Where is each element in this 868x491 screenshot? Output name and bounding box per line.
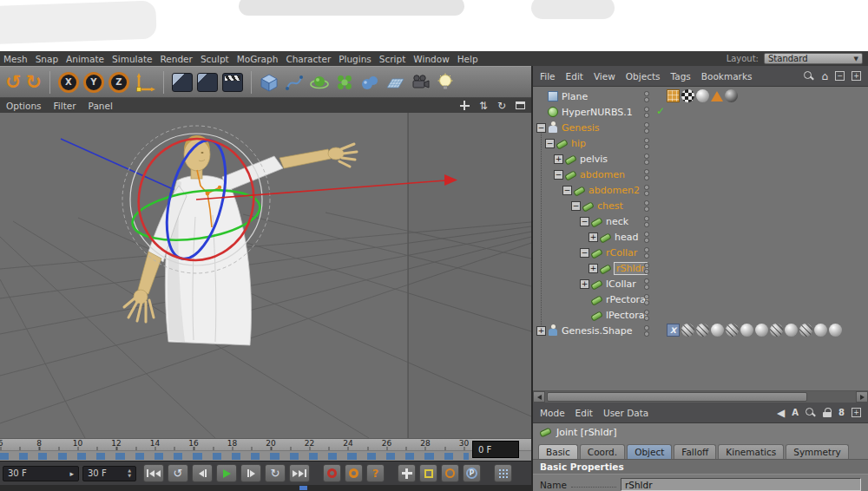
expand-panel-icon[interactable]: + — [852, 71, 861, 81]
weight-tag[interactable] — [667, 324, 680, 337]
expand-minus-icon[interactable]: − — [536, 123, 546, 133]
viewport-rotate-icon[interactable]: ↻ — [497, 101, 506, 111]
tree-row-abdomen[interactable]: −abdomen — [533, 167, 868, 182]
preview-range-field[interactable]: 30 F ▸ — [3, 466, 79, 481]
viewport-zoom-icon[interactable]: ⇅ — [479, 101, 488, 111]
ball-light-tag[interactable] — [755, 324, 768, 337]
next-frame-button[interactable] — [240, 464, 261, 482]
ball-striped-tag[interactable] — [696, 324, 709, 337]
ball-striped-tag[interactable] — [681, 324, 694, 337]
menu-script[interactable]: Script — [379, 54, 405, 64]
viewport-maximize-icon[interactable] — [516, 101, 525, 109]
tree-row-chest[interactable]: −chest — [533, 198, 868, 213]
visibility-dots[interactable] — [644, 122, 649, 134]
viewport-3d[interactable] — [0, 113, 531, 438]
ball-light-tag[interactable] — [740, 324, 753, 337]
autokey-button[interactable] — [345, 464, 363, 482]
link-icon[interactable]: 8 — [838, 408, 845, 417]
viewport-pan-icon[interactable] — [460, 101, 470, 110]
tree-row-genesis-shape[interactable]: +Genesis.Shape — [533, 323, 868, 338]
layout-dropdown[interactable]: Standard ▼ — [764, 53, 863, 64]
visibility-dots[interactable] — [644, 247, 649, 259]
visibility-dots[interactable] — [644, 169, 649, 180]
tree-row-neck[interactable]: −neck — [533, 213, 868, 229]
tree-row-hypernurbs-1[interactable]: HyperNURBS.1✓ — [533, 104, 868, 120]
modeling-objects-icon[interactable] — [335, 73, 354, 92]
expand-minus-icon[interactable]: − — [554, 170, 563, 180]
visibility-dots[interactable] — [644, 91, 649, 102]
om-menu-tags[interactable]: Tags — [671, 71, 691, 82]
search-icon[interactable] — [804, 71, 814, 82]
record-button[interactable] — [323, 464, 341, 482]
render-settings-button[interactable] — [222, 73, 243, 92]
tree-row-plane[interactable]: Plane — [533, 88, 868, 104]
tree-row-head[interactable]: +head — [533, 229, 868, 245]
collapse-panel-icon[interactable]: − — [835, 71, 845, 81]
scroll-thumb[interactable] — [547, 392, 807, 402]
tree-row-pelvis[interactable]: +pelvis — [533, 151, 868, 167]
uvw-tag[interactable] — [667, 89, 680, 102]
visibility-dots[interactable] — [644, 294, 649, 305]
expand-plus-icon[interactable]: + — [580, 279, 589, 289]
viewport-canvas[interactable] — [0, 113, 531, 438]
menu-render[interactable]: Render — [160, 54, 192, 64]
expand-plus-icon[interactable]: + — [589, 232, 598, 242]
coordinates-mini-icon[interactable] — [299, 486, 307, 490]
home-icon[interactable]: ⌂ — [821, 71, 828, 82]
om-menu-edit[interactable]: Edit — [566, 71, 583, 82]
am-menu-edit[interactable]: Edit — [575, 408, 593, 418]
tab-coord-[interactable]: Coord. — [580, 444, 625, 459]
ball-light-tag[interactable] — [711, 324, 724, 337]
coordinate-system-icon[interactable] — [135, 72, 155, 93]
expand-minus-icon[interactable]: − — [580, 248, 589, 258]
tree-row-lpectoral[interactable]: lPectoral — [533, 307, 868, 323]
tree-row-genesis[interactable]: −Genesis — [533, 120, 868, 135]
undo-icon[interactable]: ↺ — [5, 73, 21, 92]
visibility-dots[interactable] — [644, 138, 649, 149]
visibility-dots[interactable] — [644, 263, 649, 274]
tree-row-lcollar[interactable]: +lCollar — [533, 276, 868, 291]
expand-minus-icon[interactable]: − — [545, 139, 555, 148]
ball-dark-tag[interactable] — [725, 89, 738, 102]
tab-falloff[interactable]: Falloff — [674, 444, 716, 459]
menu-character[interactable]: Character — [286, 54, 331, 64]
visibility-dots[interactable] — [644, 310, 649, 321]
scroll-right-button[interactable] — [856, 391, 868, 403]
ball-striped-tag[interactable] — [770, 324, 783, 337]
om-menu-objects[interactable]: Objects — [626, 71, 661, 82]
spline-tool-icon[interactable] — [285, 73, 304, 92]
keyframe-help-button[interactable]: ? — [366, 464, 385, 482]
ball-striped-tag[interactable] — [799, 324, 812, 337]
spin-down-icon[interactable]: ▼ — [128, 474, 131, 479]
render-region-button[interactable] — [197, 73, 218, 92]
expand-minus-icon[interactable]: − — [571, 201, 581, 211]
expand-plus-icon[interactable]: + — [589, 264, 598, 273]
expand-plus-icon[interactable]: + — [536, 326, 546, 336]
menu-animate[interactable]: Animate — [66, 54, 104, 64]
cube-primitive-icon[interactable] — [260, 73, 279, 92]
expand-plus-icon[interactable]: + — [554, 154, 563, 164]
menu-mograph[interactable]: MoGraph — [237, 54, 279, 64]
menu-mesh[interactable]: Mesh — [3, 54, 28, 64]
history-back-icon[interactable]: ◀ — [777, 408, 785, 418]
visibility-dots[interactable] — [644, 185, 649, 196]
tab-object[interactable]: Object — [627, 444, 672, 459]
scroll-track[interactable] — [545, 391, 856, 403]
light-object-icon[interactable] — [436, 73, 455, 92]
play-button[interactable] — [216, 464, 237, 482]
goto-end-button[interactable] — [289, 464, 310, 482]
menu-snap[interactable]: Snap — [36, 54, 58, 64]
tree-row-rshldr[interactable]: +rShldr — [533, 260, 868, 276]
prev-key-button[interactable]: ↺ — [168, 464, 188, 482]
nurbs-generator-icon[interactable] — [310, 73, 329, 92]
visibility-dots[interactable] — [644, 107, 649, 118]
tree-row-rcollar[interactable]: −rCollar — [533, 245, 868, 260]
metaball-icon[interactable] — [360, 73, 379, 92]
search-icon[interactable] — [806, 408, 816, 418]
viewport-menu-filter[interactable]: Filter — [54, 101, 76, 111]
key-scale-button[interactable] — [419, 464, 437, 482]
expand-minus-icon[interactable]: − — [580, 217, 589, 226]
menu-window[interactable]: Window — [413, 54, 449, 64]
visibility-dots[interactable] — [644, 232, 649, 243]
timeline-ruler[interactable]: 681012141618202224262830 — [0, 438, 531, 450]
